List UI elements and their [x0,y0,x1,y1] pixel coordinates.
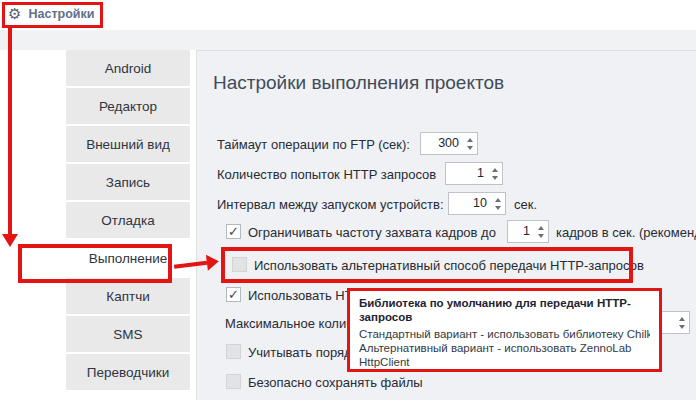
annotation-arrow-down-head [2,234,18,247]
order-label: Учитывать поряд [248,345,352,360]
device-interval-value[interactable]: 10 [449,193,491,214]
safe-save-checkbox[interactable] [226,374,241,389]
sidebar-item-sms[interactable]: SMS [66,316,190,352]
tooltip-line-2: Альтернативный вариант - использовать Ze… [359,341,650,355]
sidebar: Android Редактор Внешний вид Запись Отла… [66,50,190,392]
alt-http-label: Использовать альтернативный способ перед… [254,258,644,273]
frame-limit-label: Ограничивать частоту захвата кадров до [248,225,496,240]
frame-limit-value[interactable]: 1 [508,221,534,242]
device-interval-spinner[interactable]: 10 [448,192,506,215]
checkmark-icon: ✓ [227,225,240,238]
max-count-label: Максимальное колич [225,316,353,331]
sidebar-item-execution[interactable]: Выполнение [66,240,190,276]
http-library-tooltip: Библиотека по умолчанию для передачи HTT… [347,288,662,372]
frame-limit-checkbox[interactable]: ✓ [226,224,241,239]
annotation-arrow-down-line [8,28,12,234]
safe-save-label: Безопасно сохранять файлы [248,375,423,390]
sidebar-item-debug[interactable]: Отладка [66,202,190,238]
http-attempts-spinner[interactable]: 1 [445,162,503,185]
page-title: Настройки выполнения проектов [213,72,504,94]
http-attempts-value[interactable]: 1 [446,163,488,184]
tooltip-line-3: HttpClient [359,355,650,369]
ftp-timeout-label: Таймаут операции по FTP (сек): [217,137,410,152]
toolbar-separator [0,30,696,50]
spinner-arrows-icon[interactable] [488,163,502,184]
device-interval-label: Интервал между запуском устройств: [217,197,444,212]
spinner-arrows-icon[interactable] [463,133,477,154]
sidebar-item-translators[interactable]: Переводчики [66,354,190,390]
ftp-timeout-value[interactable]: 300 [421,133,463,154]
tooltip-line-1: Стандартный вариант - использовать библи… [359,327,650,341]
sidebar-item-captcha[interactable]: Каптчи [66,278,190,314]
use-http-checkbox[interactable]: ✓ [226,287,241,302]
spinner-arrows-icon[interactable] [675,312,689,333]
gear-icon: ⚙ [8,5,21,23]
toolbar: ⚙ Настройки [0,0,696,30]
sidebar-item-editor[interactable]: Редактор [66,88,190,124]
spinner-arrows-icon[interactable] [491,193,505,214]
use-http-label: Использовать HT [248,288,353,303]
sidebar-item-android[interactable]: Android [66,50,190,86]
alt-http-checkbox[interactable] [232,257,247,272]
ftp-timeout-spinner[interactable]: 300 [420,132,478,155]
spinner-arrows-icon[interactable] [534,221,548,242]
settings-menu-label: Настройки [28,7,94,21]
checkmark-icon: ✓ [227,288,240,301]
sidebar-item-recording[interactable]: Запись [66,164,190,200]
settings-menu-button[interactable]: ⚙ Настройки [8,5,94,23]
http-attempts-label: Количество попыток HTTP запросов [217,167,436,182]
sidebar-item-appearance[interactable]: Внешний вид [66,126,190,162]
device-interval-suffix: сек. [514,197,537,212]
frame-limit-suffix: кадров в сек. (рекомендуе [556,225,696,240]
frame-limit-spinner[interactable]: 1 [507,220,549,243]
order-checkbox[interactable] [226,344,241,359]
tooltip-title: Библиотека по умолчанию для передачи HTT… [359,296,650,324]
